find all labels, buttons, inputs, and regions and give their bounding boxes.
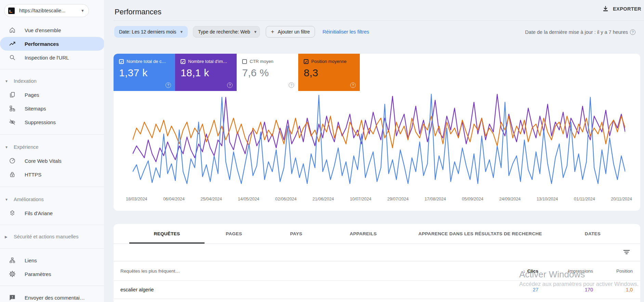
sidebar-item-feedback[interactable]: Envoyer des commentai…: [0, 291, 104, 302]
table-row[interactable]: escalier algerie 27 170 1,0: [114, 281, 640, 299]
column-header-clics[interactable]: ↓Clics: [494, 268, 538, 274]
chart-x-axis: 18/03/202406/04/202425/04/202414/05/2024…: [126, 197, 632, 201]
download-icon: [602, 5, 609, 12]
column-header-queries[interactable]: Requêtes les plus fréquent…: [114, 268, 494, 274]
x-axis-tick-label: 20/11/2024: [611, 197, 632, 201]
x-axis-tick-label: 21/06/2024: [313, 197, 334, 201]
metric-card-avg-position[interactable]: ✓ Position moyenne 8,3 ?: [298, 54, 360, 91]
tab-pages[interactable]: PAGES: [207, 224, 261, 244]
sidebar-item-liens[interactable]: Liens: [0, 253, 104, 267]
metric-card-total-impressions[interactable]: ✓ Nombre total d'im… 18,1 k ?: [175, 54, 237, 91]
tab-pays[interactable]: PAYS: [269, 224, 324, 244]
divider: [0, 134, 104, 135]
divider: [0, 69, 104, 69]
divider: [0, 248, 104, 249]
help-icon[interactable]: ?: [350, 82, 356, 88]
sidebar-section-indexation[interactable]: ▼ Indexation: [0, 74, 104, 88]
chevron-down-icon: ▼: [180, 30, 183, 34]
page-title: Performances: [115, 8, 161, 16]
sidebar-section-ameliorations[interactable]: ▼ Améliorations: [0, 193, 104, 206]
help-icon[interactable]: ?: [630, 29, 635, 35]
metric-card-total-clicks[interactable]: ✓ Nombre total de c… 1,37 k ?: [114, 54, 175, 91]
x-axis-tick-label: 13/10/2024: [537, 197, 558, 201]
date-filter-chip[interactable]: Date: Les 12 derniers mois ▼: [114, 26, 188, 38]
column-header-position[interactable]: Position: [593, 268, 633, 274]
sidebar-item-parametres[interactable]: Paramètres: [0, 267, 104, 281]
sidebar-item-suppressions[interactable]: Suppressions: [0, 115, 104, 129]
search-type-filter-chip[interactable]: Type de recherche: Web ▼: [193, 26, 260, 38]
help-icon[interactable]: ?: [289, 82, 294, 88]
metric-value: 1,37 k: [119, 67, 175, 79]
tab-requetes[interactable]: REQUÊTES: [129, 224, 205, 244]
sidebar-item-core-web-vitals[interactable]: Core Web Vitals: [0, 154, 104, 168]
chevron-expanded-icon: ▼: [5, 79, 10, 83]
sidebar-section-experience[interactable]: ▼ Expérience: [0, 140, 104, 154]
chevron-expanded-icon: ▼: [5, 198, 10, 201]
chevron-down-icon: ▼: [81, 9, 84, 13]
sidebar-item-performances[interactable]: Performances: [0, 37, 104, 51]
help-icon[interactable]: ?: [227, 82, 233, 88]
chart-series-impressions: [133, 94, 625, 162]
links-icon: [9, 257, 16, 264]
checkbox-checked-icon[interactable]: ✓: [304, 59, 308, 64]
home-icon: [9, 27, 16, 34]
column-header-impressions[interactable]: Impressions: [538, 268, 593, 274]
gear-icon: [9, 271, 16, 277]
dimensions-table-panel: REQUÊTES PAGES PAYS APPAREILS APPARENCE …: [114, 224, 640, 302]
sidebar-item-overview[interactable]: Vue d'ensemble: [0, 23, 104, 37]
impressions-cell: 170: [538, 287, 593, 292]
header-divider: [114, 21, 644, 21]
divider: [0, 286, 104, 286]
divider: [0, 187, 104, 187]
gauge-icon: [9, 157, 16, 164]
property-selector[interactable]: https://tazibtescalie... ▼: [4, 4, 89, 17]
performance-line-chart[interactable]: [133, 88, 625, 192]
reset-filters-link[interactable]: Réinitialiser les filtres: [323, 29, 369, 35]
x-axis-tick-label: 18/03/2024: [126, 197, 147, 201]
filter-list-icon[interactable]: [623, 250, 630, 255]
chevron-expanded-icon: ▼: [5, 145, 10, 149]
clics-cell: 27: [494, 287, 538, 292]
sidebar-item-url-inspection[interactable]: Inspection de l'URL: [0, 51, 104, 64]
sidebar-item-sitemaps[interactable]: Sitemaps: [0, 102, 104, 115]
chevron-down-icon: ▼: [253, 30, 257, 34]
feedback-icon: [9, 294, 16, 301]
sidebar-item-fils-d-ariane[interactable]: Fils d'Ariane: [0, 206, 104, 220]
pages-icon: [9, 91, 16, 98]
x-axis-tick-label: 01/11/2024: [574, 197, 595, 201]
sidebar-item-pages[interactable]: Pages: [0, 88, 104, 102]
divider: [114, 299, 640, 299]
table-header-row: Requêtes les plus fréquent… ↓Clics Impre…: [114, 261, 640, 280]
add-filter-button[interactable]: + Ajouter un filtre: [266, 26, 315, 38]
lock-icon: [9, 171, 16, 178]
trending-up-icon: [9, 40, 16, 47]
checkbox-checked-icon[interactable]: ✓: [119, 59, 124, 64]
plus-icon: +: [271, 28, 274, 35]
tab-dates[interactable]: DATES: [569, 224, 617, 244]
help-icon[interactable]: ?: [166, 82, 171, 88]
x-axis-tick-label: 10/07/2024: [350, 197, 371, 201]
metric-card-avg-ctr[interactable]: CTR moyen 7,6 % ?: [237, 54, 298, 91]
last-update-status: Date de la dernière mise à jour : il y a…: [525, 29, 635, 35]
table-toolbar: [114, 244, 640, 261]
x-axis-tick-label: 17/08/2024: [424, 197, 446, 201]
site-favicon: [8, 8, 15, 14]
x-axis-tick-label: 06/04/2024: [163, 197, 185, 201]
x-axis-tick-label: 02/06/2024: [275, 197, 297, 201]
sidebar-section-securite[interactable]: ▶ Sécurité et actions manuelles: [0, 230, 104, 244]
checkbox-unchecked-icon[interactable]: [242, 59, 247, 64]
query-cell[interactable]: escalier algerie: [114, 287, 494, 292]
checkbox-checked-icon[interactable]: ✓: [181, 59, 185, 64]
breadcrumbs-icon: [9, 210, 16, 216]
dimension-tabs: REQUÊTES PAGES PAYS APPAREILS APPARENCE …: [114, 224, 640, 244]
position-cell: 1,0: [593, 287, 633, 292]
sitemap-icon: [9, 105, 16, 112]
sidebar-item-https[interactable]: HTTPS: [0, 168, 104, 181]
export-button[interactable]: EXPORTER: [602, 5, 641, 12]
eye-off-icon: [9, 119, 16, 126]
performance-chart-panel: ✓ Nombre total de c… 1,37 k ? ✓ Nombre t…: [114, 54, 640, 211]
metric-value: 18,1 k: [181, 67, 237, 79]
tab-appareils[interactable]: APPAREILS: [324, 224, 403, 244]
sidebar: https://tazibtescalie... ▼ Vue d'ensembl…: [0, 0, 104, 302]
tab-apparence[interactable]: APPARENCE DANS LES RÉSULTATS DE RECHERCH…: [408, 224, 552, 244]
